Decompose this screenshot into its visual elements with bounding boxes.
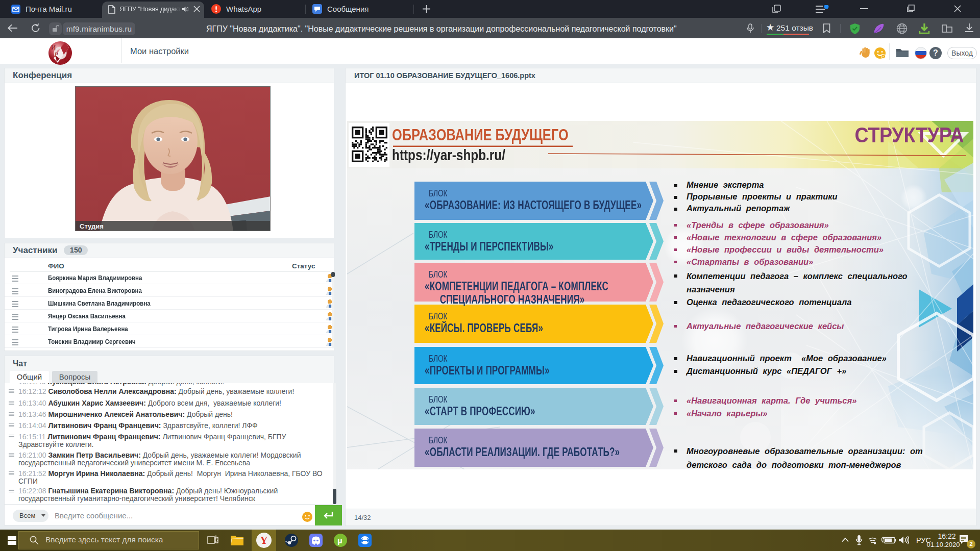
svg-text:Студия: Студия xyxy=(80,222,104,230)
svg-text:Р: Р xyxy=(55,51,58,58)
svg-text:И: И xyxy=(51,43,56,51)
svg-text:О: О xyxy=(64,56,69,63)
svg-text:µ: µ xyxy=(337,536,342,545)
